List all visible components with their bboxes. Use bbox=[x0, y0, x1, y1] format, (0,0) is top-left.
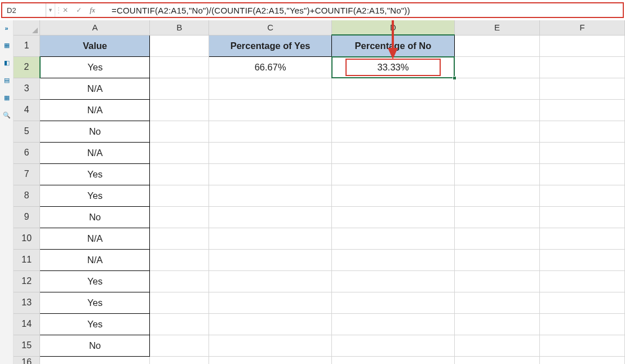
cell-E4[interactable] bbox=[454, 99, 539, 121]
col-header-F[interactable]: F bbox=[539, 20, 624, 35]
cell-C10[interactable] bbox=[209, 228, 332, 249]
spreadsheet-grid[interactable]: A B C D E F 1 Value Percentage of Yes Pe… bbox=[14, 20, 625, 364]
cell-E8[interactable] bbox=[454, 185, 539, 206]
cell-D7[interactable] bbox=[332, 163, 455, 185]
cell-C7[interactable] bbox=[209, 163, 332, 185]
cell-F10[interactable] bbox=[539, 228, 624, 249]
cell-E3[interactable] bbox=[454, 78, 539, 99]
cell-C4[interactable] bbox=[209, 99, 332, 121]
cell-B15[interactable] bbox=[150, 335, 209, 356]
cell-A8[interactable]: Yes bbox=[40, 185, 150, 206]
cell-B3[interactable] bbox=[150, 78, 209, 99]
row-header-1[interactable]: 1 bbox=[14, 35, 40, 56]
tool-icon-4[interactable]: ▦ bbox=[4, 94, 10, 101]
cell-E14[interactable] bbox=[454, 313, 539, 335]
cell-C1[interactable]: Percentage of Yes bbox=[209, 35, 332, 56]
cell-B9[interactable] bbox=[150, 206, 209, 228]
cell-C5[interactable] bbox=[209, 121, 332, 142]
cancel-button[interactable]: ✕ bbox=[59, 3, 72, 17]
cell-A11[interactable]: N/A bbox=[40, 249, 150, 270]
cell-E12[interactable] bbox=[454, 270, 539, 292]
row-header-7[interactable]: 7 bbox=[14, 163, 40, 185]
cell-F12[interactable] bbox=[539, 270, 624, 292]
cell-B7[interactable] bbox=[150, 163, 209, 185]
cell-A12[interactable]: Yes bbox=[40, 270, 150, 292]
cell-C9[interactable] bbox=[209, 206, 332, 228]
cell-A7[interactable]: Yes bbox=[40, 163, 150, 185]
cell-F11[interactable] bbox=[539, 249, 624, 270]
cell-C13[interactable] bbox=[209, 292, 332, 313]
cell-F9[interactable] bbox=[539, 206, 624, 228]
cell-D10[interactable] bbox=[332, 228, 455, 249]
row-header-3[interactable]: 3 bbox=[14, 78, 40, 99]
confirm-button[interactable]: ✓ bbox=[72, 3, 86, 17]
cell-D9[interactable] bbox=[332, 206, 455, 228]
cell-F13[interactable] bbox=[539, 292, 624, 313]
cell-E2[interactable] bbox=[454, 56, 539, 78]
cell-C11[interactable] bbox=[209, 249, 332, 270]
cell-B8[interactable] bbox=[150, 185, 209, 206]
name-box[interactable]: D2 bbox=[2, 3, 46, 17]
cell-D15[interactable] bbox=[332, 335, 455, 356]
cell-E11[interactable] bbox=[454, 249, 539, 270]
row-header-12[interactable]: 12 bbox=[14, 270, 40, 292]
cell-B11[interactable] bbox=[150, 249, 209, 270]
cell-A9[interactable]: No bbox=[40, 206, 150, 228]
cell-A6[interactable]: N/A bbox=[40, 142, 150, 163]
cell-C2[interactable]: 66.67% bbox=[209, 56, 332, 78]
cell-D11[interactable] bbox=[332, 249, 455, 270]
cell-D12[interactable] bbox=[332, 270, 455, 292]
cell-F2[interactable] bbox=[539, 56, 624, 78]
tool-icon-5[interactable]: 🔍 bbox=[3, 112, 11, 119]
cell-E10[interactable] bbox=[454, 228, 539, 249]
row-header-9[interactable]: 9 bbox=[14, 206, 40, 228]
tool-icon-1[interactable]: ▦ bbox=[4, 42, 10, 49]
cell-F8[interactable] bbox=[539, 185, 624, 206]
row-header-16[interactable]: 16 bbox=[14, 356, 40, 364]
cell-D4[interactable] bbox=[332, 99, 455, 121]
cell-A10[interactable]: N/A bbox=[40, 228, 150, 249]
cell-A14[interactable]: Yes bbox=[40, 313, 150, 335]
cell-F15[interactable] bbox=[539, 335, 624, 356]
cell-A3[interactable]: N/A bbox=[40, 78, 150, 99]
name-box-dropdown[interactable]: ▼ bbox=[46, 3, 55, 17]
row-header-10[interactable]: 10 bbox=[14, 228, 40, 249]
cell-D13[interactable] bbox=[332, 292, 455, 313]
cell-D2[interactable]: 33.33% bbox=[332, 56, 455, 78]
row-header-6[interactable]: 6 bbox=[14, 142, 40, 163]
cell-F7[interactable] bbox=[539, 163, 624, 185]
cell-C15[interactable] bbox=[209, 335, 332, 356]
cell-E7[interactable] bbox=[454, 163, 539, 185]
cell-E16[interactable] bbox=[454, 356, 539, 364]
cell-B16[interactable] bbox=[150, 356, 209, 364]
col-header-C[interactable]: C bbox=[209, 20, 332, 35]
cell-A4[interactable]: N/A bbox=[40, 99, 150, 121]
select-all-corner[interactable] bbox=[14, 20, 40, 35]
cell-C12[interactable] bbox=[209, 270, 332, 292]
fill-handle[interactable] bbox=[453, 76, 456, 80]
cell-A13[interactable]: Yes bbox=[40, 292, 150, 313]
formula-input[interactable] bbox=[99, 3, 623, 17]
cell-B13[interactable] bbox=[150, 292, 209, 313]
row-header-8[interactable]: 8 bbox=[14, 185, 40, 206]
row-header-11[interactable]: 11 bbox=[14, 249, 40, 270]
cell-C8[interactable] bbox=[209, 185, 332, 206]
cell-A5[interactable]: No bbox=[40, 121, 150, 142]
cell-A16[interactable] bbox=[40, 356, 150, 364]
row-header-4[interactable]: 4 bbox=[14, 99, 40, 121]
cell-D8[interactable] bbox=[332, 185, 455, 206]
cell-E6[interactable] bbox=[454, 142, 539, 163]
row-header-15[interactable]: 15 bbox=[14, 335, 40, 356]
cell-E15[interactable] bbox=[454, 335, 539, 356]
row-header-13[interactable]: 13 bbox=[14, 292, 40, 313]
cell-D3[interactable] bbox=[332, 78, 455, 99]
cell-F16[interactable] bbox=[539, 356, 624, 364]
cell-A15[interactable]: No bbox=[40, 335, 150, 356]
tool-icon-3[interactable]: ▤ bbox=[4, 77, 10, 84]
cell-B12[interactable] bbox=[150, 270, 209, 292]
cell-E5[interactable] bbox=[454, 121, 539, 142]
cell-F3[interactable] bbox=[539, 78, 624, 99]
cell-B10[interactable] bbox=[150, 228, 209, 249]
expand-icon[interactable]: » bbox=[5, 25, 8, 32]
cell-F5[interactable] bbox=[539, 121, 624, 142]
